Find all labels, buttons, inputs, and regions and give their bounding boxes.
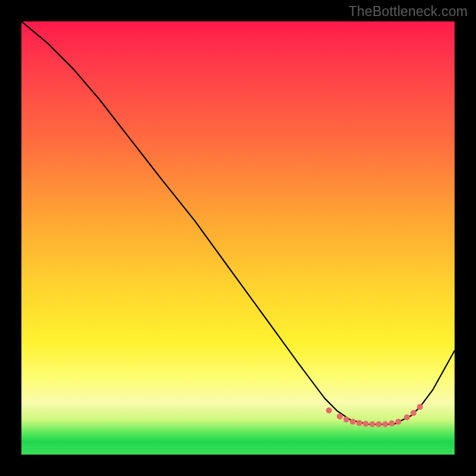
curve-path [21,21,455,424]
marker-dot [326,408,332,414]
marker-dot [363,421,369,427]
marker-dot [337,414,343,419]
marker-dot [343,416,349,422]
marker-dot [350,419,356,425]
marker-dot [383,421,389,427]
watermark-text: TheBottleneck.com [349,4,468,20]
marker-group [326,404,423,427]
marker-dot [411,410,416,416]
marker-dot [376,421,382,427]
marker-dot [417,404,423,410]
marker-dot [356,420,362,426]
marker-dot [369,421,375,427]
chart-svg [21,21,455,455]
marker-dot [404,414,410,420]
plot-area [21,21,455,455]
marker-dot [389,421,394,427]
chart-stage: TheBottleneck.com [0,0,476,476]
marker-dot [395,419,401,425]
